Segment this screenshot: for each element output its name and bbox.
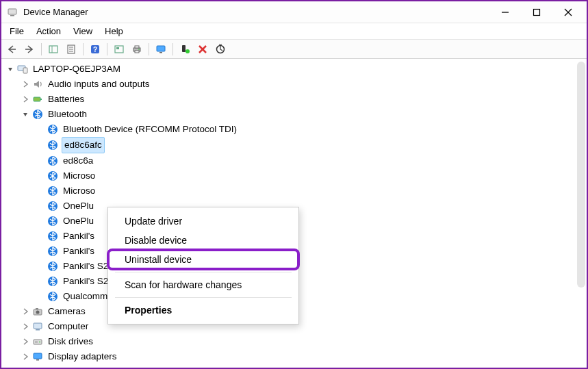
tree-node-label: ed8c6afc [62, 137, 105, 153]
close-button[interactable] [552, 2, 584, 23]
bluetooth-icon [47, 123, 59, 136]
context-menu: Update driver Disable device Uninstall d… [107, 207, 299, 325]
context-menu-disable-device[interactable]: Disable device [108, 231, 298, 250]
svg-point-45 [36, 311, 40, 314]
bluetooth-icon [47, 200, 59, 212]
bluetooth-icon [47, 185, 59, 197]
tree-node[interactable]: LAPTOP-Q6EJP3AM [3, 62, 587, 77]
bluetooth-icon [47, 230, 59, 242]
tree-node[interactable]: Bluetooth Device (RFCOMM Protocol TDI) [3, 122, 587, 137]
chevron-right-icon[interactable] [21, 322, 30, 331]
svg-rect-18 [135, 51, 139, 53]
computer-icon [31, 320, 44, 333]
svg-rect-1 [10, 15, 14, 16]
toolbar-separator [107, 43, 107, 55]
chevron-right-icon[interactable] [21, 337, 30, 346]
svg-rect-20 [157, 46, 165, 51]
bluetooth-icon [31, 108, 44, 120]
tree-node[interactable]: Microso [3, 168, 587, 183]
menu-action[interactable]: Action [31, 25, 66, 38]
window-title: Device Manager [23, 7, 489, 17]
tree-node-label: Computer [47, 319, 90, 334]
action-icon[interactable] [112, 42, 127, 57]
print-icon[interactable] [129, 42, 144, 57]
tree-node-label: Display adapters [47, 349, 118, 364]
bluetooth-icon [47, 139, 59, 151]
toolbar-separator [41, 43, 42, 55]
context-menu-update-driver[interactable]: Update driver [108, 212, 298, 231]
titlebar: Device Manager [1, 1, 587, 23]
tree-node-label: Cameras [47, 304, 87, 319]
tree-node-label: Bluetooth [47, 107, 88, 122]
menu-view[interactable]: View [68, 25, 98, 38]
show-hide-tree-icon[interactable] [46, 42, 61, 57]
context-menu-separator [115, 297, 292, 298]
svg-rect-15 [116, 47, 119, 49]
context-menu-scan-hardware[interactable]: Scan for hardware changes [108, 275, 298, 294]
enable-device-icon[interactable] [177, 42, 192, 57]
svg-rect-17 [135, 46, 139, 48]
tree-node[interactable]: Microso [3, 183, 587, 199]
device-manager-window: Device Manager File Action View Help ? [0, 0, 588, 369]
chevron-right-icon[interactable] [21, 352, 30, 361]
menubar: File Action View Help [1, 23, 587, 40]
computer-root-icon [16, 63, 29, 75]
battery-icon [31, 93, 44, 105]
help-icon[interactable]: ? [88, 42, 103, 57]
chevron-down-icon[interactable] [21, 110, 30, 119]
svg-rect-52 [34, 353, 42, 359]
back-arrow-icon[interactable] [4, 42, 19, 57]
maximize-button[interactable] [521, 2, 552, 23]
tree-node-label: Disk drives [47, 334, 94, 349]
chevron-right-icon[interactable] [21, 79, 30, 89]
context-menu-properties[interactable]: Properties [108, 301, 298, 320]
tree-node-label: Bluetooth Device (RFCOMM Protocol TDI) [62, 122, 238, 137]
disk-icon [31, 335, 44, 348]
bluetooth-icon [47, 260, 59, 272]
svg-point-19 [138, 49, 140, 50]
svg-text:?: ? [93, 46, 97, 53]
context-menu-separator [115, 272, 292, 272]
context-menu-uninstall-device[interactable]: Uninstall device [108, 250, 298, 269]
tree-node[interactable]: Batteries [3, 92, 587, 107]
display-icon [31, 351, 44, 363]
monitor-icon[interactable] [153, 42, 168, 57]
remove-device-icon[interactable] [195, 42, 210, 57]
minimize-button[interactable] [489, 2, 521, 23]
bluetooth-icon [47, 245, 59, 257]
tree-node-label: Microso [62, 168, 97, 183]
scan-hardware-icon[interactable] [213, 42, 228, 57]
tree-node-label: ed8c6a [62, 153, 94, 168]
svg-rect-28 [23, 68, 27, 73]
bluetooth-icon [47, 155, 59, 167]
tree-node-label: Pankil's [62, 229, 96, 244]
tree-node[interactable]: Audio inputs and outputs [3, 77, 587, 92]
svg-rect-46 [36, 308, 38, 309]
audio-icon [31, 78, 44, 90]
chevron-down-icon[interactable] [5, 64, 15, 74]
tree-node[interactable]: Display adapters [3, 349, 587, 364]
svg-rect-48 [36, 329, 40, 331]
bluetooth-icon [47, 275, 59, 288]
svg-rect-6 [49, 46, 57, 53]
tree-node[interactable]: ed8c6afc [3, 137, 587, 153]
toolbar-separator [172, 43, 173, 55]
vertical-scrollbar[interactable] [577, 62, 585, 288]
chevron-right-icon[interactable] [21, 307, 30, 316]
device-manager-app-icon [7, 7, 18, 18]
tree-node-label: OnePlu [62, 199, 95, 214]
camera-icon [31, 305, 44, 318]
properties-sheet-icon[interactable] [64, 42, 79, 57]
menu-help[interactable]: Help [99, 25, 129, 38]
tree-node[interactable]: Disk drives [3, 334, 587, 349]
svg-rect-21 [159, 52, 162, 53]
svg-rect-3 [534, 9, 540, 15]
tree-node-label: Pankil's [62, 244, 96, 259]
tree-node[interactable]: Bluetooth [3, 107, 587, 122]
chevron-right-icon[interactable] [21, 94, 30, 104]
forward-arrow-icon[interactable] [22, 42, 37, 57]
menu-file[interactable]: File [4, 25, 29, 38]
svg-point-23 [186, 49, 190, 53]
tree-node-label: OnePlu [62, 214, 95, 229]
tree-node[interactable]: ed8c6a [3, 153, 587, 168]
